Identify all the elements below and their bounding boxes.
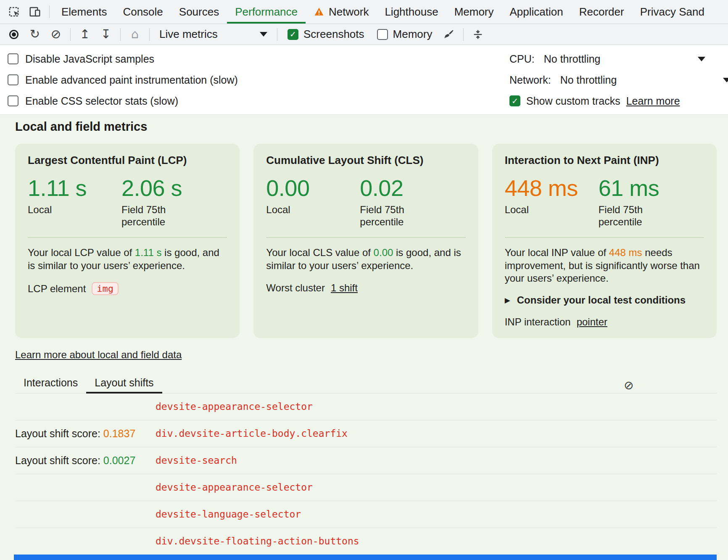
show-custom-tracks-checkbox[interactable]: ✓ Show custom tracks Learn more	[509, 90, 728, 111]
lcp-element-label: LCP element	[28, 283, 86, 295]
clear-button[interactable]: ⊘	[45, 24, 66, 45]
lcp-description: Your local LCP value of 1.11 s is good, …	[28, 246, 227, 272]
tab-layout-shifts[interactable]: Layout shifts	[86, 377, 162, 393]
local-value-block: 0.00 Local	[266, 176, 348, 228]
checkbox-label: Enable advanced paint instrumentation (s…	[25, 74, 238, 86]
save-profile-button[interactable]: ↧	[95, 24, 116, 45]
score-cell: Layout shift score: 0.0027	[15, 454, 156, 467]
tab-label: Interactions	[24, 377, 78, 388]
worst-cluster-row: Worst cluster 1 shift	[266, 282, 465, 294]
card-divider	[28, 237, 227, 238]
node-link[interactable]: devsite-appearance-selector	[156, 482, 313, 493]
tab-label: Sources	[179, 5, 219, 18]
tab-sources[interactable]: Sources	[171, 0, 227, 24]
metric-cards: Largest Contentful Paint (LCP) 1.11 s Lo…	[15, 144, 717, 338]
node-link[interactable]: div.devsite-floating-action-buttons	[156, 536, 359, 547]
tab-label: Performance	[235, 5, 298, 18]
device-icon	[29, 5, 41, 18]
inspect-element-icon[interactable]	[3, 0, 24, 24]
performance-toolbar: ↻ ⊘ ↥ ↧ ⌂ Live metrics ✓ Screenshots Mem…	[0, 24, 728, 45]
live-metrics-pane: Local and field metrics Largest Contentf…	[0, 115, 728, 560]
node-link[interactable]: devsite-language-selector	[156, 509, 301, 520]
cls-description: Your local CLS value of 0.00 is good, an…	[266, 246, 465, 272]
collect-garbage-button[interactable]	[438, 24, 459, 45]
record-icon	[9, 30, 18, 39]
desc-value: 1.11 s	[135, 247, 162, 258]
load-profile-button[interactable]: ↥	[74, 24, 95, 45]
desc-value: 448 ms	[609, 247, 642, 258]
home-button[interactable]: ⌂	[124, 24, 145, 45]
disclosure-triangle-icon: ▶	[505, 296, 510, 304]
card-title: Cumulative Layout Shift (CLS)	[266, 154, 465, 167]
card-divider	[505, 237, 704, 238]
checkmark-icon: ✓	[512, 97, 518, 105]
checkbox-unchecked	[8, 53, 18, 64]
layout-shift-row[interactable]: Layout shift score: 0.1837 div.devsite-a…	[15, 420, 717, 447]
node-link[interactable]: devsite-search	[156, 455, 237, 466]
inp-interaction-link[interactable]: pointer	[577, 316, 607, 328]
local-label: Local	[266, 203, 329, 216]
score-label: Layout shift score:	[15, 454, 103, 466]
local-value-block: 448 ms Local	[505, 176, 587, 228]
collapse-icon	[472, 29, 484, 40]
tab-interactions[interactable]: Interactions	[15, 377, 86, 393]
collapse-button[interactable]	[467, 24, 488, 45]
toolbar-divider	[120, 28, 121, 41]
local-test-conditions-disclosure[interactable]: ▶ Consider your local test conditions	[505, 294, 704, 306]
local-field-data-learn-more-link[interactable]: Learn more about local and field data	[15, 349, 182, 361]
memory-checkbox[interactable]: Memory	[377, 28, 433, 41]
tab-elements[interactable]: Elements	[53, 0, 115, 24]
tab-console[interactable]: Console	[115, 0, 171, 24]
card-values: 0.00 Local 0.02 Field 75th percentile	[266, 176, 465, 228]
network-label: Network:	[509, 74, 551, 86]
desc-value: 0.00	[374, 247, 393, 258]
local-label: Local	[28, 203, 91, 216]
node-link[interactable]: devsite-appearance-selector	[156, 401, 313, 412]
layout-shift-row[interactable]: devsite-language-selector	[15, 501, 717, 528]
lcp-field-value: 2.06 s	[121, 176, 185, 200]
tab-application[interactable]: Application	[502, 0, 571, 24]
record-button[interactable]	[3, 24, 24, 45]
toolbar-divider	[277, 28, 277, 41]
inp-interaction-label: INP interaction	[505, 316, 571, 328]
warning-icon	[314, 6, 324, 17]
layout-shift-row[interactable]: div.devsite-floating-action-buttons	[15, 528, 717, 555]
cpu-throttling-select[interactable]: CPU: No throttling	[509, 48, 728, 69]
clear-log-button[interactable]: ⊘	[624, 380, 633, 391]
capture-settings-pane: Disable JavaScript samples Enable advanc…	[0, 45, 728, 115]
lcp-element-node-link[interactable]: img	[92, 282, 119, 295]
tab-memory[interactable]: Memory	[446, 0, 502, 24]
node-link[interactable]: div.devsite-article-body.clearfix	[156, 428, 348, 439]
score-cell: Layout shift score: 0.1837	[15, 428, 156, 440]
tab-privacy-sandbox[interactable]: Privacy Sand	[632, 0, 712, 24]
tab-label: Privacy Sand	[640, 5, 704, 18]
layout-shift-log: devsite-appearance-selector Layout shift…	[15, 394, 717, 555]
reload-and-record-button[interactable]: ↻	[24, 24, 45, 45]
tab-network[interactable]: Network	[306, 0, 377, 24]
custom-tracks-learn-more-link[interactable]: Learn more	[626, 95, 680, 107]
tab-lighthouse[interactable]: Lighthouse	[377, 0, 446, 24]
gc-brush-icon	[443, 29, 455, 40]
card-values: 1.11 s Local 2.06 s Field 75th percentil…	[28, 176, 227, 228]
toolbar-divider	[463, 28, 464, 41]
inp-metric-card: Interaction to Next Paint (INP) 448 ms L…	[492, 144, 717, 338]
layout-shift-row[interactable]: devsite-appearance-selector	[15, 474, 717, 501]
layout-shift-row[interactable]: devsite-appearance-selector	[15, 394, 717, 420]
device-toolbar-icon[interactable]	[24, 0, 45, 24]
checkmark-icon: ✓	[290, 30, 296, 38]
tab-label: Network	[329, 5, 369, 18]
card-divider	[266, 237, 465, 238]
network-throttling-select[interactable]: Network: No throttling	[509, 69, 728, 90]
field-label: Field 75th percentile	[360, 203, 423, 228]
worst-cluster-link[interactable]: 1 shift	[331, 282, 358, 294]
desc-prefix: Your local CLS value of	[266, 247, 373, 258]
tab-performance[interactable]: Performance	[227, 0, 306, 24]
layout-shift-row[interactable]: Layout shift score: 0.0027 devsite-searc…	[15, 447, 717, 474]
desc-prefix: Your local INP value of	[505, 247, 609, 258]
devtools-tab-bar: Elements Console Sources Performance Net…	[0, 0, 728, 24]
tab-recorder[interactable]: Recorder	[571, 0, 632, 24]
desc-prefix: Your local LCP value of	[28, 247, 135, 258]
screenshots-checkbox[interactable]: ✓ Screenshots	[288, 28, 364, 41]
live-metrics-dropdown[interactable]: Live metrics	[153, 28, 273, 41]
tab-label: Lighthouse	[385, 5, 438, 18]
